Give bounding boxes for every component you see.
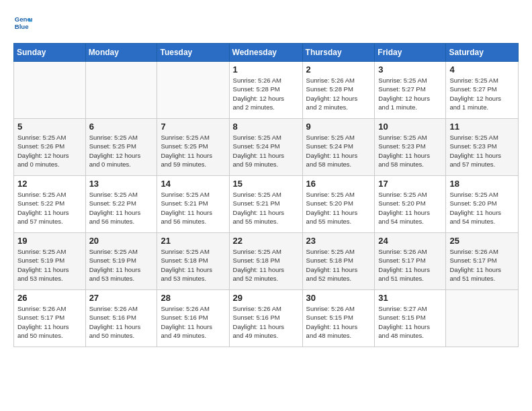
day-info: Sunrise: 5:25 AM Sunset: 5:23 PM Dayligh… [378,133,442,169]
day-info: Sunrise: 5:26 AM Sunset: 5:28 PM Dayligh… [233,76,299,111]
day-info: Sunrise: 5:25 AM Sunset: 5:25 PM Dayligh… [89,133,154,169]
calendar-table: SundayMondayTuesdayWednesdayThursdayFrid… [13,43,519,347]
day-info: Sunrise: 5:25 AM Sunset: 5:24 PM Dayligh… [233,133,299,169]
calendar-cell: 17Sunrise: 5:25 AM Sunset: 5:20 PM Dayli… [375,176,446,233]
week-row-1: 5Sunrise: 5:25 AM Sunset: 5:26 PM Daylig… [14,119,519,176]
day-number: 11 [449,122,515,132]
day-info: Sunrise: 5:25 AM Sunset: 5:24 PM Dayligh… [306,133,371,169]
day-number: 18 [449,179,515,189]
day-number: 17 [378,179,442,189]
day-info: Sunrise: 5:25 AM Sunset: 5:19 PM Dayligh… [17,247,82,283]
col-header-monday: Monday [85,44,157,62]
calendar-cell [85,62,157,119]
calendar-cell: 13Sunrise: 5:25 AM Sunset: 5:22 PM Dayli… [85,176,157,233]
logo-icon: General Blue [13,13,32,32]
day-info: Sunrise: 5:26 AM Sunset: 5:15 PM Dayligh… [306,304,371,340]
calendar-cell: 31Sunrise: 5:27 AM Sunset: 5:15 PM Dayli… [375,290,446,347]
day-info: Sunrise: 5:26 AM Sunset: 5:16 PM Dayligh… [161,304,225,340]
calendar-cell: 22Sunrise: 5:25 AM Sunset: 5:18 PM Dayli… [229,233,302,290]
page-header: General Blue [13,13,519,32]
calendar-cell: 29Sunrise: 5:26 AM Sunset: 5:16 PM Dayli… [229,290,302,347]
day-info: Sunrise: 5:25 AM Sunset: 5:18 PM Dayligh… [306,247,371,283]
day-info: Sunrise: 5:25 AM Sunset: 5:21 PM Dayligh… [233,190,299,226]
day-number: 2 [306,64,371,75]
calendar-cell: 20Sunrise: 5:25 AM Sunset: 5:19 PM Dayli… [85,233,157,290]
day-number: 16 [306,179,371,189]
day-info: Sunrise: 5:25 AM Sunset: 5:20 PM Dayligh… [306,190,371,226]
calendar-cell: 23Sunrise: 5:25 AM Sunset: 5:18 PM Dayli… [302,233,375,290]
calendar-cell [446,290,519,347]
col-header-friday: Friday [375,44,446,62]
day-number: 5 [17,122,82,132]
calendar-cell: 12Sunrise: 5:25 AM Sunset: 5:22 PM Dayli… [14,176,86,233]
day-info: Sunrise: 5:25 AM Sunset: 5:21 PM Dayligh… [161,190,225,226]
calendar-cell: 28Sunrise: 5:26 AM Sunset: 5:16 PM Dayli… [157,290,229,347]
calendar-cell: 1Sunrise: 5:26 AM Sunset: 5:28 PM Daylig… [229,62,302,119]
day-info: Sunrise: 5:25 AM Sunset: 5:26 PM Dayligh… [17,133,82,169]
calendar-cell: 9Sunrise: 5:25 AM Sunset: 5:24 PM Daylig… [302,119,375,176]
week-row-0: 1Sunrise: 5:26 AM Sunset: 5:28 PM Daylig… [14,62,519,119]
calendar-cell: 16Sunrise: 5:25 AM Sunset: 5:20 PM Dayli… [302,176,375,233]
day-number: 10 [378,122,442,132]
calendar-cell: 8Sunrise: 5:25 AM Sunset: 5:24 PM Daylig… [229,119,302,176]
calendar-cell [157,62,229,119]
day-number: 24 [378,236,442,246]
calendar-cell: 3Sunrise: 5:25 AM Sunset: 5:27 PM Daylig… [375,62,446,119]
calendar-cell [14,62,86,119]
svg-text:Blue: Blue [15,23,29,30]
calendar-cell: 14Sunrise: 5:25 AM Sunset: 5:21 PM Dayli… [157,176,229,233]
col-header-sunday: Sunday [14,44,86,62]
calendar-cell: 15Sunrise: 5:25 AM Sunset: 5:21 PM Dayli… [229,176,302,233]
calendar-cell: 27Sunrise: 5:26 AM Sunset: 5:16 PM Dayli… [85,290,157,347]
day-info: Sunrise: 5:26 AM Sunset: 5:16 PM Dayligh… [233,304,299,340]
day-number: 13 [89,179,154,189]
day-number: 27 [89,293,154,303]
day-number: 20 [89,236,154,246]
day-info: Sunrise: 5:26 AM Sunset: 5:16 PM Dayligh… [89,304,154,340]
week-row-3: 19Sunrise: 5:25 AM Sunset: 5:19 PM Dayli… [14,233,519,290]
day-number: 4 [449,64,515,75]
day-number: 29 [233,293,299,303]
day-number: 30 [306,293,371,303]
day-info: Sunrise: 5:25 AM Sunset: 5:25 PM Dayligh… [161,133,225,169]
day-number: 12 [17,179,82,189]
day-number: 7 [161,122,225,132]
calendar-cell: 24Sunrise: 5:26 AM Sunset: 5:17 PM Dayli… [375,233,446,290]
day-number: 19 [17,236,82,246]
day-info: Sunrise: 5:26 AM Sunset: 5:17 PM Dayligh… [449,247,515,283]
day-number: 6 [89,122,154,132]
calendar-cell: 4Sunrise: 5:25 AM Sunset: 5:27 PM Daylig… [446,62,519,119]
day-number: 22 [233,236,299,246]
week-row-4: 26Sunrise: 5:26 AM Sunset: 5:17 PM Dayli… [14,290,519,347]
col-header-thursday: Thursday [302,44,375,62]
calendar-cell: 30Sunrise: 5:26 AM Sunset: 5:15 PM Dayli… [302,290,375,347]
day-info: Sunrise: 5:26 AM Sunset: 5:17 PM Dayligh… [17,304,82,340]
day-info: Sunrise: 5:25 AM Sunset: 5:22 PM Dayligh… [17,190,82,226]
day-number: 25 [449,236,515,246]
calendar-cell: 6Sunrise: 5:25 AM Sunset: 5:25 PM Daylig… [85,119,157,176]
calendar-cell: 18Sunrise: 5:25 AM Sunset: 5:20 PM Dayli… [446,176,519,233]
day-number: 23 [306,236,371,246]
calendar-cell: 2Sunrise: 5:26 AM Sunset: 5:28 PM Daylig… [302,62,375,119]
calendar-cell: 21Sunrise: 5:25 AM Sunset: 5:18 PM Dayli… [157,233,229,290]
day-number: 3 [378,64,442,75]
day-number: 15 [233,179,299,189]
day-number: 31 [378,293,442,303]
day-info: Sunrise: 5:25 AM Sunset: 5:27 PM Dayligh… [449,76,515,111]
day-info: Sunrise: 5:25 AM Sunset: 5:18 PM Dayligh… [161,247,225,283]
day-info: Sunrise: 5:25 AM Sunset: 5:23 PM Dayligh… [449,133,515,169]
calendar-cell: 19Sunrise: 5:25 AM Sunset: 5:19 PM Dayli… [14,233,86,290]
day-number: 1 [233,64,299,75]
logo: General Blue [13,13,35,32]
day-number: 14 [161,179,225,189]
calendar-cell: 5Sunrise: 5:25 AM Sunset: 5:26 PM Daylig… [14,119,86,176]
calendar-cell: 26Sunrise: 5:26 AM Sunset: 5:17 PM Dayli… [14,290,86,347]
calendar-cell: 7Sunrise: 5:25 AM Sunset: 5:25 PM Daylig… [157,119,229,176]
day-info: Sunrise: 5:25 AM Sunset: 5:27 PM Dayligh… [378,76,442,111]
header-row: SundayMondayTuesdayWednesdayThursdayFrid… [14,44,519,62]
col-header-saturday: Saturday [446,44,519,62]
day-info: Sunrise: 5:25 AM Sunset: 5:19 PM Dayligh… [89,247,154,283]
day-info: Sunrise: 5:26 AM Sunset: 5:28 PM Dayligh… [306,76,371,111]
calendar-cell: 25Sunrise: 5:26 AM Sunset: 5:17 PM Dayli… [446,233,519,290]
day-number: 26 [17,293,82,303]
